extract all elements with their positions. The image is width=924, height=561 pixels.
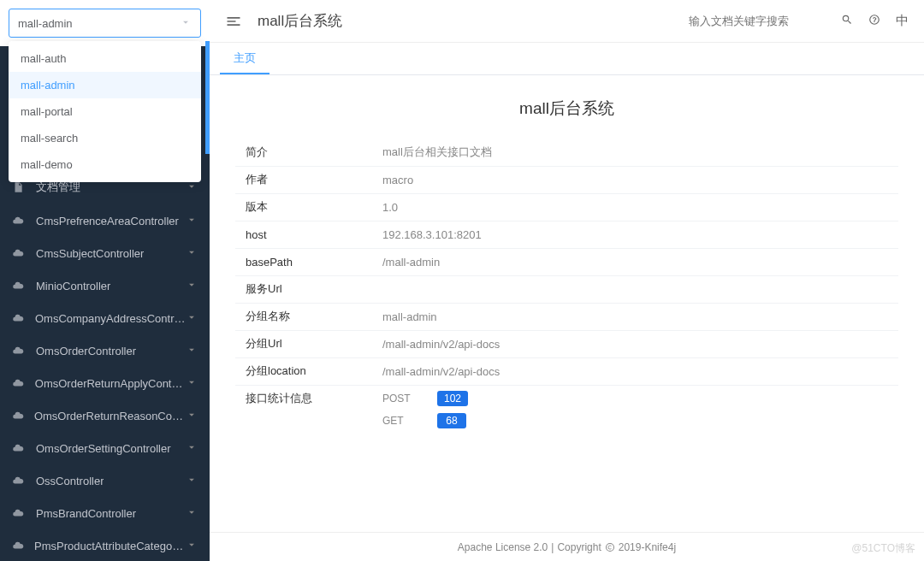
- main-panel: mall后台系统 中 主页 mall后台系统 简介mall后台相关接口文档作者m…: [210, 0, 924, 561]
- info-value: /mall-admin: [372, 248, 898, 275]
- stat-method: POST: [382, 393, 417, 405]
- sidebar-item-CmsSubjectController[interactable]: CmsSubjectController: [0, 237, 210, 269]
- footer: Apache License 2.0 | Copyright 2019-Knif…: [210, 532, 924, 561]
- cloud-icon: [12, 377, 27, 389]
- sidebar-item-label: PmsProductAttributeCategoryCo...: [34, 540, 186, 552]
- cloud-icon: [12, 247, 27, 259]
- document-icon: [12, 181, 27, 193]
- cloud-icon: [12, 410, 26, 422]
- chevron-down-icon: [186, 344, 198, 357]
- info-key: 分组Url: [235, 330, 372, 357]
- footer-year-brand: 2019-Knife4j: [619, 541, 676, 553]
- stat-count-badge: 68: [437, 413, 466, 428]
- table-row: basePath/mall-admin: [235, 248, 898, 275]
- sidebar-item-PmsBrandController[interactable]: PmsBrandController: [0, 497, 210, 529]
- dropdown-option-mall-admin[interactable]: mall-admin: [9, 72, 201, 98]
- group-select-value: mall-admin: [18, 17, 73, 30]
- info-value: 1.0: [372, 193, 898, 221]
- table-row: 分组名称mall-admin: [235, 303, 898, 330]
- sidebar-item-PmsProductAttributeCategoryCo...[interactable]: PmsProductAttributeCategoryCo...: [0, 529, 210, 561]
- dropdown-option-mall-demo[interactable]: mall-demo: [9, 151, 201, 178]
- info-key: 简介: [235, 139, 372, 166]
- footer-sep: |: [551, 541, 554, 553]
- sidebar-item-OmsCompanyAddressController[interactable]: OmsCompanyAddressController: [0, 302, 210, 334]
- info-value: [372, 275, 898, 303]
- collapse-icon[interactable]: [225, 12, 244, 31]
- sidebar-item-label: OssController: [36, 475, 104, 487]
- sidebar-item-OmsOrderSettingController[interactable]: OmsOrderSettingController: [0, 432, 210, 464]
- cloud-icon: [12, 475, 27, 487]
- info-value: POST102GET68: [372, 385, 898, 440]
- info-value: mall-admin: [372, 303, 898, 330]
- info-value: /mall-admin/v2/api-docs: [372, 357, 898, 385]
- chevron-down-icon: [186, 279, 198, 292]
- sidebar-item-label: OmsOrderSettingController: [36, 442, 171, 455]
- info-key: basePath: [235, 248, 372, 275]
- info-value: /mall-admin/v2/api-docs: [372, 330, 898, 357]
- stat-method: GET: [382, 415, 417, 427]
- table-row: 作者macro: [235, 166, 898, 193]
- group-dropdown: mall-authmall-adminmall-portalmall-searc…: [9, 41, 201, 182]
- dropdown-option-mall-search[interactable]: mall-search: [9, 125, 201, 151]
- info-value: macro: [372, 166, 898, 193]
- info-value: mall后台相关接口文档: [372, 139, 898, 166]
- info-value: 192.168.3.101:8201: [372, 221, 898, 248]
- cloud-icon: [12, 507, 27, 519]
- sidebar-item-OmsOrderReturnApplyController[interactable]: OmsOrderReturnApplyController: [0, 367, 210, 399]
- help-icon[interactable]: [868, 14, 880, 28]
- lang-toggle[interactable]: 中: [896, 13, 909, 29]
- table-row: host192.168.3.101:8201: [235, 221, 898, 248]
- app-title: mall后台系统: [258, 11, 342, 31]
- group-select-wrap: mall-admin: [0, 0, 210, 46]
- chevron-down-icon: [186, 376, 198, 390]
- stat-row: GET68: [382, 413, 888, 428]
- dropdown-scrollbar[interactable]: [205, 41, 210, 154]
- cloud-icon: [12, 540, 26, 552]
- tab-bar: 主页: [210, 43, 924, 75]
- sidebar-item-CmsPrefrenceAreaController[interactable]: CmsPrefrenceAreaController: [0, 204, 210, 237]
- sidebar-item-label: CmsSubjectController: [36, 247, 144, 260]
- tab-home[interactable]: 主页: [220, 44, 270, 74]
- dropdown-option-mall-portal[interactable]: mall-portal: [9, 98, 201, 125]
- info-key: 接口统计信息: [235, 385, 372, 440]
- info-key: host: [235, 221, 372, 248]
- chevron-down-icon: [186, 409, 198, 422]
- cloud-icon: [12, 442, 27, 454]
- sidebar-item-label: PmsBrandController: [36, 507, 136, 520]
- group-select[interactable]: mall-admin: [9, 9, 201, 38]
- footer-license: Apache License 2.0: [458, 541, 548, 553]
- table-row: 服务Url: [235, 275, 898, 303]
- sidebar-item-label: OmsOrderReturnApplyController: [35, 377, 186, 390]
- info-key: 版本: [235, 193, 372, 221]
- chevron-down-icon: [186, 214, 198, 227]
- cloud-icon: [12, 215, 27, 227]
- sidebar-item-OmsOrderReturnReasonController[interactable]: OmsOrderReturnReasonController: [0, 399, 210, 432]
- info-key: 服务Url: [235, 275, 372, 303]
- sidebar-item-MinioController[interactable]: MinioController: [0, 269, 210, 302]
- sidebar-item-label: CmsPrefrenceAreaController: [36, 215, 179, 227]
- info-key: 作者: [235, 166, 372, 193]
- cloud-icon: [12, 312, 27, 324]
- table-row: 版本1.0: [235, 193, 898, 221]
- sidebar-item-label: OmsOrderController: [36, 345, 136, 357]
- dropdown-option-mall-auth[interactable]: mall-auth: [9, 45, 201, 72]
- sidebar: mall-admin mall-authmall-adminmall-porta…: [0, 0, 210, 561]
- chevron-down-icon: [186, 539, 198, 552]
- search-input[interactable]: [689, 15, 826, 27]
- stat-row: POST102: [382, 391, 888, 406]
- info-key: 分组名称: [235, 303, 372, 330]
- search-icon[interactable]: [841, 14, 853, 28]
- sidebar-item-label: OmsOrderReturnReasonController: [34, 410, 186, 422]
- sidebar-item-label: MinioController: [36, 280, 110, 292]
- cloud-icon: [12, 280, 27, 292]
- info-table: 简介mall后台相关接口文档作者macro版本1.0host192.168.3.…: [235, 139, 898, 440]
- copyright-icon: [605, 542, 615, 552]
- chevron-down-icon: [186, 246, 198, 260]
- chevron-down-icon: [180, 16, 192, 31]
- sidebar-item-label: OmsCompanyAddressController: [35, 312, 186, 325]
- watermark: @51CTO博客: [851, 541, 915, 556]
- table-row: 分组Url/mall-admin/v2/api-docs: [235, 330, 898, 357]
- sidebar-item-OssController[interactable]: OssController: [0, 464, 210, 497]
- sidebar-item-OmsOrderController[interactable]: OmsOrderController: [0, 334, 210, 367]
- table-row: 接口统计信息POST102GET68: [235, 385, 898, 440]
